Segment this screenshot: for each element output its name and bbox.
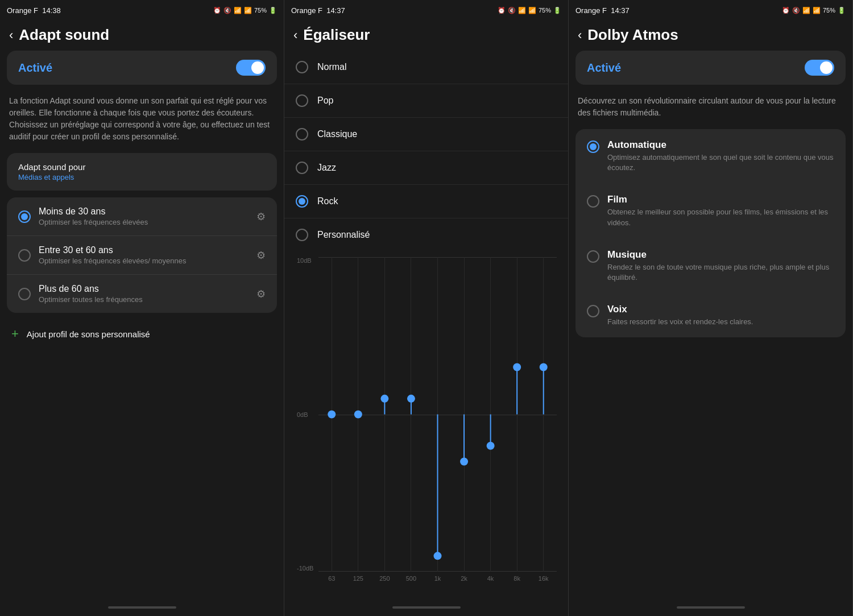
eq-svg bbox=[318, 257, 557, 572]
dolby-description: Découvrez un son révolutionnaire circula… bbox=[569, 88, 852, 126]
dolby-automatique-title: Automatique bbox=[607, 139, 834, 151]
eq-chart-container: 10dB 0dB -10dB bbox=[284, 251, 568, 599]
preset-personnalise-label: Personnalisé bbox=[317, 230, 370, 240]
preset-classique-label: Classique bbox=[317, 129, 357, 139]
profile-under-30[interactable]: Moins de 30 ans Optimiser les fréquences… bbox=[7, 197, 277, 236]
dolby-option-automatique[interactable]: Automatique Optimisez automatiquement le… bbox=[575, 129, 846, 184]
preset-rock[interactable]: Rock bbox=[284, 185, 568, 218]
eq-band-4k: 4k bbox=[482, 575, 499, 582]
eq-label-10db: 10dB bbox=[297, 257, 312, 264]
signal-icon-2: 📶 bbox=[528, 7, 536, 14]
status-bar-2: Orange F 14:37 ⏰ 🔇 📶 📶 75% 🔋 bbox=[284, 0, 568, 20]
carrier-time-2: Orange F 14:37 bbox=[291, 6, 345, 15]
equalizer-header: ‹ Égaliseur bbox=[284, 20, 568, 51]
dolby-film-desc: Obtenez le meilleur son possible pour le… bbox=[607, 207, 834, 228]
status-bar-1: Orange F 14:38 ⏰ 🔇 📶 📶 75% 🔋 bbox=[0, 0, 284, 20]
add-profile-icon: + bbox=[11, 326, 19, 341]
dolby-option-film[interactable]: Film Obtenez le meilleur son possible po… bbox=[575, 184, 846, 238]
eq-band-2k: 2k bbox=[456, 575, 473, 582]
eq-chart: 10dB 0dB -10dB bbox=[318, 257, 557, 572]
dolby-options-card: Automatique Optimisez automatiquement le… bbox=[575, 129, 846, 337]
wifi-icon-2: 📶 bbox=[518, 7, 526, 14]
preset-classique[interactable]: Classique bbox=[284, 118, 568, 151]
profile-over-60-label: Plus de 60 ans bbox=[39, 284, 143, 294]
gear-icon-over-60[interactable]: ⚙ bbox=[256, 288, 266, 300]
preset-jazz[interactable]: Jazz bbox=[284, 151, 568, 185]
dolby-toggle[interactable] bbox=[805, 60, 834, 76]
back-button-2[interactable]: ‹ bbox=[293, 28, 297, 43]
radio-classique[interactable] bbox=[296, 128, 308, 140]
home-bar-1 bbox=[108, 606, 176, 609]
back-button-1[interactable]: ‹ bbox=[9, 28, 13, 43]
radio-personnalise[interactable] bbox=[296, 229, 308, 241]
home-bar-3 bbox=[677, 606, 745, 609]
signal-icon-3: 📶 bbox=[813, 7, 821, 14]
dolby-title: Dolby Atmos bbox=[587, 26, 678, 44]
profile-over-60[interactable]: Plus de 60 ans Optimiser toutes les fréq… bbox=[7, 275, 277, 313]
dolby-musique-desc: Rendez le son de toute votre musique plu… bbox=[607, 262, 834, 283]
dolby-atmos-panel: Orange F 14:37 ⏰ 🔇 📶 📶 75% 🔋 ‹ Dolby Atm… bbox=[569, 0, 853, 616]
battery-level-3: 75% bbox=[823, 7, 835, 14]
radio-rock[interactable] bbox=[296, 195, 308, 208]
add-profile-row[interactable]: + Ajout profil de sons personnalisé bbox=[0, 316, 284, 352]
radio-voix[interactable] bbox=[587, 305, 599, 317]
dolby-film-title: Film bbox=[607, 194, 834, 205]
status-bar-3: Orange F 14:37 ⏰ 🔇 📶 📶 75% 🔋 bbox=[569, 0, 852, 20]
svg-point-1 bbox=[328, 411, 336, 419]
alarm-icon: ⏰ bbox=[213, 7, 221, 14]
adapt-sound-for-title: Adapt sound pour bbox=[18, 162, 266, 172]
preset-normal[interactable]: Normal bbox=[284, 51, 568, 84]
adapt-sound-toggle[interactable] bbox=[236, 60, 266, 76]
radio-under-30[interactable] bbox=[18, 210, 31, 223]
svg-point-9 bbox=[434, 552, 442, 560]
radio-musique[interactable] bbox=[587, 250, 599, 263]
dolby-voix-desc: Faites ressortir les voix et rendez-les … bbox=[607, 317, 753, 327]
eq-preset-list: Normal Pop Classique Jazz Rock Personnal… bbox=[284, 51, 568, 251]
carrier-time-1: Orange F 14:38 bbox=[7, 6, 61, 15]
profile-over-60-sub: Optimiser toutes les fréquences bbox=[39, 295, 143, 304]
adapt-sound-title: Adapt sound bbox=[19, 26, 109, 44]
wifi-icon-3: 📶 bbox=[802, 7, 810, 14]
preset-personnalise[interactable]: Personnalisé bbox=[284, 218, 568, 251]
gear-icon-under-30[interactable]: ⚙ bbox=[256, 210, 266, 223]
carrier-time-3: Orange F 14:37 bbox=[575, 6, 630, 15]
eq-band-125: 125 bbox=[350, 575, 367, 582]
alarm-icon-2: ⏰ bbox=[498, 7, 506, 14]
preset-rock-label: Rock bbox=[317, 196, 338, 206]
alarm-icon-3: ⏰ bbox=[782, 7, 790, 14]
equalizer-panel: Orange F 14:37 ⏰ 🔇 📶 📶 75% 🔋 ‹ Égaliseur… bbox=[284, 0, 569, 616]
adapt-sound-for-subtitle[interactable]: Médias et appels bbox=[18, 173, 266, 181]
eq-x-labels: 63 125 250 500 1k 2k 4k 8k 16k bbox=[318, 572, 557, 582]
dolby-option-musique[interactable]: Musique Rendez le son de toute votre mus… bbox=[575, 239, 846, 293]
profile-30-60[interactable]: Entre 30 et 60 ans Optimiser les fréquen… bbox=[7, 236, 277, 275]
battery-level-1: 75% bbox=[254, 7, 267, 14]
radio-jazz[interactable] bbox=[296, 162, 308, 174]
radio-pop[interactable] bbox=[296, 94, 308, 107]
back-button-3[interactable]: ‹ bbox=[578, 28, 582, 43]
preset-jazz-label: Jazz bbox=[317, 163, 336, 173]
preset-normal-label: Normal bbox=[317, 62, 347, 72]
gear-icon-30-60[interactable]: ⚙ bbox=[256, 249, 266, 262]
radio-normal[interactable] bbox=[296, 61, 308, 73]
svg-point-17 bbox=[540, 363, 548, 371]
dolby-musique-title: Musique bbox=[607, 249, 834, 261]
preset-pop[interactable]: Pop bbox=[284, 84, 568, 118]
eq-band-250: 250 bbox=[376, 575, 393, 582]
adapt-sound-header: ‹ Adapt sound bbox=[0, 20, 284, 51]
add-profile-label: Ajout profil de sons personnalisé bbox=[27, 329, 150, 339]
radio-over-60[interactable] bbox=[18, 288, 31, 300]
dolby-toggle-row: Activé bbox=[575, 51, 846, 85]
mute-icon-3: 🔇 bbox=[792, 7, 800, 14]
equalizer-title: Égaliseur bbox=[303, 26, 370, 44]
dolby-option-voix[interactable]: Voix Faites ressortir les voix et rendez… bbox=[575, 293, 846, 337]
preset-pop-label: Pop bbox=[317, 96, 333, 106]
profile-under-30-label: Moins de 30 ans bbox=[39, 206, 148, 217]
home-indicator-2 bbox=[284, 599, 568, 616]
radio-automatique[interactable] bbox=[587, 140, 599, 153]
radio-film[interactable] bbox=[587, 195, 599, 208]
radio-30-60[interactable] bbox=[18, 249, 31, 262]
dolby-automatique-desc: Optimisez automatiquement le son quel qu… bbox=[607, 152, 834, 173]
adapt-sound-toggle-row: Activé bbox=[7, 51, 277, 85]
profile-30-60-sub: Optimiser les fréquences élevées/ moyenn… bbox=[39, 257, 186, 265]
battery-icon-3: 🔋 bbox=[838, 7, 846, 14]
